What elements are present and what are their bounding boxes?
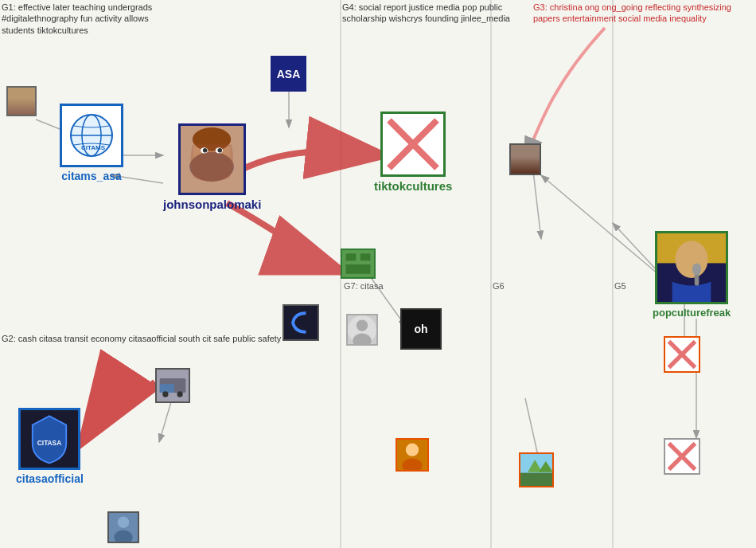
node-x-small2[interactable] xyxy=(664,438,700,475)
svg-rect-47 xyxy=(160,384,174,393)
node-tiktokcultures-label: tiktokcultures xyxy=(374,179,452,193)
node-asa[interactable]: ASA xyxy=(271,56,306,92)
svg-rect-39 xyxy=(360,253,371,260)
node-person3[interactable] xyxy=(346,314,378,346)
grid-label-g5: G5 xyxy=(614,281,626,291)
node-oh[interactable]: oh xyxy=(400,308,442,350)
svg-point-48 xyxy=(162,391,168,397)
node-person5[interactable] xyxy=(107,511,139,543)
node-citasaofficial[interactable]: CITASA citasaofficial xyxy=(16,408,84,485)
svg-point-60 xyxy=(118,517,129,528)
node-johnsonpalomaki-label: johnsonpalomaki xyxy=(163,198,261,211)
group-g1-label: G1: effective later teaching undergrads … xyxy=(2,2,169,36)
svg-point-53 xyxy=(406,444,419,456)
node-johnsonpalomaki[interactable]: johnsonpalomaki xyxy=(163,123,261,211)
svg-text:CITAMS: CITAMS xyxy=(81,144,106,151)
svg-point-49 xyxy=(177,391,182,397)
node-person2[interactable] xyxy=(509,143,541,175)
svg-point-36 xyxy=(692,263,701,275)
svg-point-34 xyxy=(676,241,708,278)
svg-line-12 xyxy=(533,171,541,239)
svg-line-11 xyxy=(541,175,668,283)
node-citasaofficial-label: citasaofficial xyxy=(16,472,84,485)
svg-point-43 xyxy=(357,319,368,331)
grid-label-g6: G6 xyxy=(493,281,505,291)
node-citasa-icon[interactable] xyxy=(283,304,319,341)
svg-rect-40 xyxy=(346,264,371,274)
node-popculturefreak[interactable]: popculturefreak xyxy=(653,231,731,319)
svg-rect-56 xyxy=(520,473,552,486)
svg-point-28 xyxy=(203,148,208,153)
node-vehicle[interactable] xyxy=(155,368,190,403)
svg-text:CITASA: CITASA xyxy=(37,439,61,447)
node-citams-asa[interactable]: CITAMS citams_asa xyxy=(60,104,123,182)
svg-point-29 xyxy=(218,148,223,153)
node-person4[interactable] xyxy=(396,438,429,472)
node-citasa-g7[interactable] xyxy=(341,249,376,279)
svg-rect-41 xyxy=(284,306,318,339)
group-g3-label: G3: christina ong ong_going reflecting s… xyxy=(533,2,748,25)
node-landscape[interactable] xyxy=(519,452,554,487)
node-popculturefreak-label: popculturefreak xyxy=(653,307,731,319)
node-x-small1[interactable] xyxy=(664,336,700,373)
group-g2-label: G2: cash citasa transit economy citasaof… xyxy=(2,333,281,344)
node-citams-asa-label: citams_asa xyxy=(61,170,122,182)
group-g4-label: G4: social report justice media pop publ… xyxy=(342,2,525,25)
node-person1[interactable] xyxy=(6,86,37,116)
svg-rect-38 xyxy=(346,253,357,260)
node-tiktokcultures[interactable]: tiktokcultures xyxy=(374,112,452,193)
grid-label-g7: G7: citasa xyxy=(344,281,384,291)
